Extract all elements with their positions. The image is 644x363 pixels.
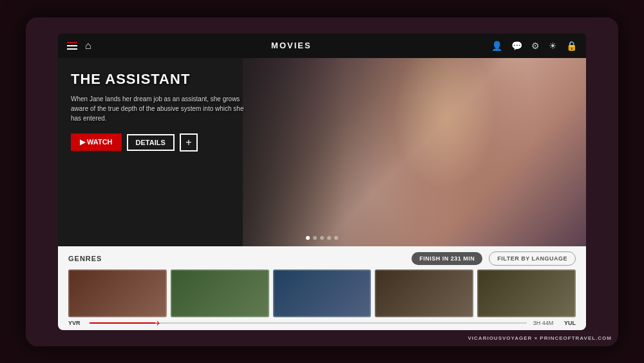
- nav-left: ⌂: [67, 40, 91, 52]
- flight-progress: [90, 322, 155, 324]
- thumbnail-1[interactable]: [68, 270, 167, 317]
- watch-button[interactable]: ▶ WATCH: [71, 133, 122, 151]
- home-icon[interactable]: ⌂: [85, 40, 91, 52]
- flight-duration: 3H 44M: [532, 320, 554, 326]
- hero-section: THE ASSISTANT When Jane lands her dream …: [58, 58, 586, 246]
- flight-destination: YUL: [560, 320, 576, 326]
- menu-icon[interactable]: [67, 42, 77, 50]
- thumbnail-3[interactable]: [273, 270, 372, 317]
- dot-5[interactable]: [334, 236, 338, 240]
- watermark: VICARIOUSVOYAGER × PRINCEOFTRAVEL.COM: [468, 335, 612, 341]
- chat-icon[interactable]: 💬: [511, 41, 522, 51]
- thumbnail-overlay-4: [375, 270, 473, 317]
- thumbnail-overlay-5: [477, 270, 576, 317]
- profile-icon[interactable]: 👤: [491, 41, 502, 51]
- thumbnails-row: [58, 270, 586, 317]
- nav-title: MOVIES: [91, 41, 491, 50]
- device-frame: ⌂ MOVIES 👤 💬 ⚙ ☀ 🔒 THE ASSISTANT When Ja…: [26, 17, 618, 346]
- add-button[interactable]: +: [180, 133, 198, 152]
- hero-title: THE ASSISTANT: [71, 71, 251, 88]
- settings-icon[interactable]: ⚙: [531, 41, 540, 51]
- dot-1[interactable]: [306, 236, 310, 240]
- thumbnail-2[interactable]: [171, 270, 269, 317]
- thumbnail-overlay-2: [171, 270, 269, 317]
- lock-icon[interactable]: 🔒: [566, 41, 577, 51]
- watermark-text: VICARIOUSVOYAGER × PRINCEOFTRAVEL.COM: [468, 335, 612, 341]
- flight-origin: YVR: [68, 320, 84, 326]
- thumbnail-overlay-1: [68, 270, 167, 317]
- thumbnail-5[interactable]: [477, 270, 576, 317]
- hero-figure: [354, 58, 535, 246]
- flight-progress-bar: YVR ✈ 3H 44M YUL: [58, 317, 586, 330]
- top-nav: ⌂ MOVIES 👤 💬 ⚙ ☀ 🔒: [58, 34, 586, 58]
- dot-4[interactable]: [327, 236, 331, 240]
- dot-2[interactable]: [313, 236, 317, 240]
- flight-track: ✈: [90, 322, 527, 324]
- thumbnail-overlay-3: [273, 270, 372, 317]
- filter-button[interactable]: FILTER BY LANGUAGE: [489, 251, 576, 266]
- flight-plane-icon: ✈: [155, 319, 160, 326]
- hero-content: THE ASSISTANT When Jane lands her dream …: [71, 71, 251, 152]
- details-button[interactable]: DETAILS: [127, 134, 175, 151]
- hero-buttons: ▶ WATCH DETAILS +: [71, 133, 251, 152]
- nav-right: 👤 💬 ⚙ ☀ 🔒: [491, 41, 577, 51]
- genres-label: GENRES: [68, 255, 405, 262]
- finish-button[interactable]: FINISH IN 231 MIN: [412, 252, 482, 265]
- genres-header: GENRES FINISH IN 231 MIN FILTER BY LANGU…: [58, 246, 586, 270]
- hero-description: When Jane lands her dream job as an assi…: [71, 94, 251, 123]
- carousel-dots: [306, 236, 338, 240]
- screen: ⌂ MOVIES 👤 💬 ⚙ ☀ 🔒 THE ASSISTANT When Ja…: [58, 34, 586, 330]
- brightness-icon[interactable]: ☀: [549, 41, 557, 51]
- dot-3[interactable]: [320, 236, 324, 240]
- bottom-section: GENRES FINISH IN 231 MIN FILTER BY LANGU…: [58, 246, 586, 330]
- thumbnail-4[interactable]: [375, 270, 473, 317]
